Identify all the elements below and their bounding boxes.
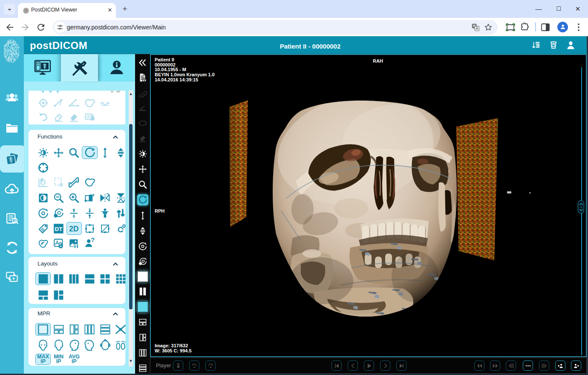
svg-text:DT: DT: [55, 226, 63, 232]
svg-text:2D: 2D: [69, 225, 79, 233]
svg-text:?: ?: [91, 238, 95, 243]
